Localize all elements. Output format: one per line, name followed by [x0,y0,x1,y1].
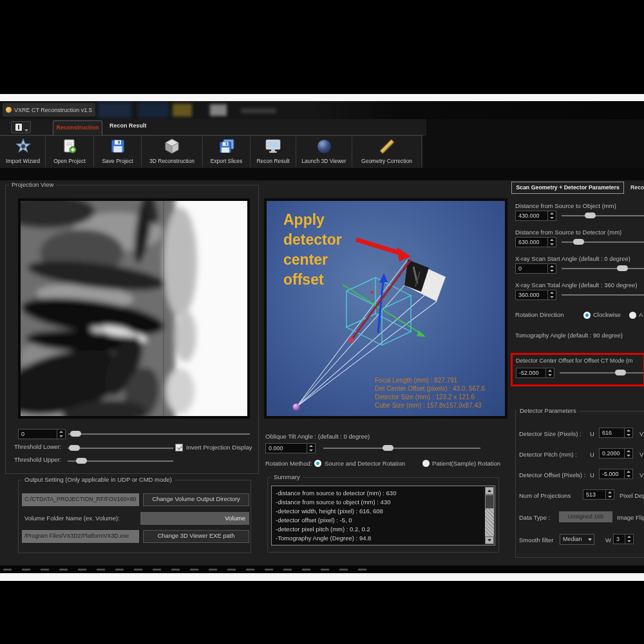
w-spinner[interactable]: 3 [613,534,634,544]
geometry-correction-button[interactable]: Geometry Correction [352,137,421,167]
source-detector-rotation-radio[interactable] [314,460,321,467]
volume-output-directory-field[interactable]: C:/CTDATA_PROJECTION_RF/FOV160×80 [22,493,139,506]
threshold-lower-slider[interactable] [68,445,173,451]
recon-result-button[interactable]: Recon Result [251,137,296,167]
data-type-value[interactable]: Unsigned 16b [559,511,612,522]
change-3d-viewer-exe-button[interactable]: Change 3D Viewer EXE path [143,530,249,543]
slider-thumb[interactable] [573,239,584,245]
scrollbar-thumb[interactable] [485,495,494,509]
oblique-tilt-spinner[interactable]: 0.000 [265,443,316,453]
frame-slider[interactable] [68,431,250,437]
invert-projection-checkbox[interactable] [175,444,183,451]
cube-icon [164,138,180,154]
detector-pitch-label: Detector Pitch (mm) : [519,451,577,458]
scroll-up-button[interactable] [485,487,494,495]
frame-index-spinner[interactable]: 0 [18,429,66,439]
smooth-filter-dropdown[interactable]: Median [560,534,594,545]
image-flip-label: Image Flip : N [617,514,644,521]
detector-pitch-u-spinner[interactable]: 0.2000 [599,448,633,459]
dist-source-detector-spinner[interactable]: 630.000 [515,237,556,247]
summary-scrollbar[interactable] [485,487,494,544]
xray-projection-viewport[interactable] [18,198,250,419]
dist-source-object-slider[interactable] [562,213,644,219]
slider-thumb[interactable] [585,213,596,218]
tab-scan-geometry[interactable]: Scan Geometry + Detector Parameters [511,182,624,194]
dist-source-detector-slider[interactable] [562,239,644,245]
tab-reconstruction[interactable]: Reconstruction [53,120,102,135]
scan-start-angle-slider[interactable] [562,265,644,272]
spinner-arrows[interactable] [625,535,633,544]
volume-folder-name-input[interactable]: Volume [140,512,249,525]
viewer-exe-path-field[interactable]: /Program Files/VX3D2/PlatformVX3D.exe [22,530,139,543]
source-detector-rotation-label: Source and Detector Rotation [325,460,405,467]
focal-length-info: Focal Length (mm) : 827.791 [375,377,457,384]
slider-thumb[interactable] [76,458,87,464]
3d-geometry-viewport[interactable]: Apply detector center offset Focal Lengt… [264,198,507,419]
spinner-arrows[interactable] [547,238,556,247]
window-title-chip[interactable]: VXRE CT Reconstruction v1.5 [3,103,95,117]
spinner-arrows[interactable] [57,430,65,439]
oblique-tilt-slider[interactable] [323,445,480,451]
slider-thumb[interactable] [70,431,81,437]
anticlockwise-label: A [639,311,643,318]
chevron-down-icon [24,129,28,131]
rotation-method-label: Rotation Method: [265,460,312,467]
oblique-tilt-label: Oblique Tilt Angle : (default : 0 degree… [265,433,370,440]
spinner-arrows[interactable] [624,449,632,458]
launch-3d-viewer-button[interactable]: Launch 3D Viewer [296,137,352,167]
toolbar-separator [421,137,422,167]
scroll-down-button[interactable] [485,536,494,544]
scan-total-angle-slider[interactable] [562,292,644,298]
detector-center-offset-slider[interactable] [560,370,643,376]
save-project-button[interactable]: Save Project [94,137,141,167]
slider-thumb[interactable] [69,445,80,451]
scan-start-angle-spinner[interactable]: 0 [515,263,556,274]
detector-size-label: Detector Size (Pixels) : [519,430,582,437]
spinner-arrows[interactable] [547,211,556,220]
open-document-icon [61,138,78,154]
wizard-star-icon [15,138,32,154]
scan-total-angle-spinner[interactable]: 360.000 [515,290,556,300]
dist-source-object-spinner[interactable]: 430.000 [515,211,556,221]
letterbox-top-white [0,94,644,101]
clockwise-label: Clockwise [593,311,621,318]
summary-listbox[interactable]: -distance from source to detector (mm) :… [271,486,495,545]
import-wizard-button[interactable]: Import Wizard [1,137,45,167]
tab-recon[interactable]: Recon R [630,184,644,191]
w-label: W [605,536,611,544]
clockwise-radio[interactable] [583,312,591,319]
detector-offset-u-spinner[interactable]: -5.000 [599,469,633,479]
sphere-icon [316,138,332,154]
threshold-upper-slider[interactable] [68,458,173,464]
scan-start-angle-label: X-ray Scan Start Angle (default : 0 degr… [515,255,630,262]
spinner-arrows[interactable] [624,469,632,478]
patient-rotation-radio[interactable] [422,460,430,467]
annotation-arrow [356,240,400,253]
detector-parameters-title: Detector Parameters [517,407,579,414]
detector-center-offset-spinner[interactable]: -52.000 [516,368,554,378]
spinner-arrows[interactable] [545,368,554,377]
spinner-arrows[interactable] [624,428,632,437]
tab-recon-result[interactable]: Recon Result [109,122,147,129]
data-type-label: Data Type : [519,514,550,521]
spinner-arrows[interactable] [605,490,614,499]
anticlockwise-radio[interactable] [629,312,636,319]
quick-access-button[interactable] [11,121,31,133]
change-volume-output-directory-button[interactable]: Change Volume Output Directory [143,493,249,506]
spinner-arrows[interactable] [307,444,315,453]
detector-size-u-spinner[interactable]: 616 [599,428,633,438]
open-project-button[interactable]: Open Project [46,137,93,167]
export-slices-button[interactable]: Export Slices [203,137,250,167]
axis-v-label: V [639,430,643,437]
3d-reconstruction-button[interactable]: 3D Reconstruction [142,137,202,167]
floppy-disk-icon [109,138,126,154]
background-window-blob [98,102,131,118]
slider-thumb[interactable] [615,370,626,375]
spinner-arrows[interactable] [547,290,556,299]
slider-thumb[interactable] [383,445,393,451]
background-window-blob [210,104,227,116]
slider-thumb[interactable] [617,265,628,271]
spinner-arrows[interactable] [547,264,556,273]
pixel-depth-label: Pixel Depth ( [620,492,644,499]
num-projections-spinner[interactable]: 513 [583,489,614,500]
